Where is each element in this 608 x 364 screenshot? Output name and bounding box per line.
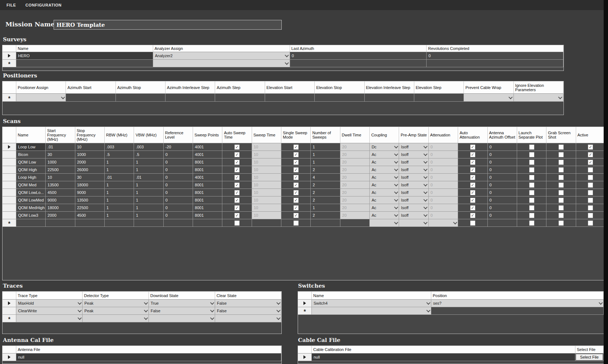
checkbox-active[interactable]: [588, 182, 593, 188]
row-selector[interactable]: [3, 307, 16, 315]
combo-pre-amp-state[interactable]: Isoff: [399, 151, 428, 158]
cell-active[interactable]: ✓: [576, 143, 605, 151]
cell-antenna-azimuth-offset[interactable]: 0: [488, 196, 517, 204]
cell-rbw-mhz[interactable]: .01: [105, 174, 134, 181]
cell-start-frequency-mhz[interactable]: 18000: [46, 204, 75, 212]
cell-name[interactable]: QOM Low3: [16, 212, 46, 219]
checkbox-active[interactable]: [588, 175, 593, 180]
cell-grab-screen-shot[interactable]: [546, 158, 576, 166]
cell-active[interactable]: [576, 196, 605, 204]
checkbox-auto-attenuation[interactable]: ✓: [470, 152, 475, 157]
checkbox-grab-screen-shot[interactable]: [558, 198, 564, 203]
cell-grab-screen-shot[interactable]: [546, 219, 576, 227]
combo-name[interactable]: Switch4: [312, 300, 431, 307]
cell-grab-screen-shot[interactable]: [546, 181, 576, 189]
cell-launch-separate-plot[interactable]: [517, 158, 546, 166]
checkbox-grab-screen-shot[interactable]: [558, 167, 564, 173]
checkbox-launch-separate-plot[interactable]: [529, 152, 534, 157]
combo-pre-amp-state[interactable]: Isoff: [399, 174, 428, 181]
cell-grab-screen-shot[interactable]: [546, 204, 576, 212]
cell-sweep-points[interactable]: 8001: [193, 204, 222, 212]
cell-number-of-sweeps[interactable]: 1: [311, 143, 340, 151]
cell-reference-level[interactable]: [164, 219, 193, 227]
row-selector[interactable]: [3, 300, 16, 307]
checkbox-single-sweep-mode[interactable]: ✓: [293, 182, 299, 188]
row-selector[interactable]: [3, 212, 16, 219]
combo-clear-state[interactable]: False: [215, 307, 281, 315]
cell-single-sweep-mode[interactable]: ✓: [281, 158, 311, 166]
cell-number-of-sweeps[interactable]: 4: [311, 174, 340, 181]
checkbox-single-sweep-mode[interactable]: ✓: [293, 213, 299, 218]
cell-start-frequency-mhz[interactable]: 1000: [46, 158, 75, 166]
row-selector[interactable]: [3, 354, 16, 361]
checkbox-auto-sweep-time[interactable]: ✓: [234, 175, 240, 180]
checkbox-launch-separate-plot[interactable]: [529, 205, 534, 211]
cell-reference-level[interactable]: 0: [164, 181, 193, 189]
combo-trace-type[interactable]: ClearWrite: [16, 307, 83, 315]
cell-elevation-stop[interactable]: [315, 94, 364, 102]
cell-reference-level[interactable]: 0: [164, 212, 193, 219]
combo-coupling[interactable]: Dc: [370, 143, 399, 151]
cell-name[interactable]: QOM Low: [16, 158, 46, 166]
cell-single-sweep-mode[interactable]: ✓: [281, 181, 311, 189]
checkbox-launch-separate-plot[interactable]: [529, 220, 534, 226]
cell-sweep-time[interactable]: 10: [252, 166, 281, 174]
checkbox-launch-separate-plot[interactable]: [529, 182, 534, 188]
combo-pre-amp-state[interactable]: Isoff: [399, 212, 428, 219]
cell-rbw-mhz[interactable]: 1: [105, 189, 134, 196]
checkbox-auto-attenuation[interactable]: ✓: [470, 213, 475, 218]
cell-revolutions-completed[interactable]: [427, 60, 563, 67]
checkbox-grab-screen-shot[interactable]: [558, 160, 564, 165]
cell-auto-sweep-time[interactable]: ✓: [222, 166, 252, 174]
cell-launch-separate-plot[interactable]: [517, 212, 546, 219]
cell-stop-frequency-mhz[interactable]: 2000: [75, 158, 105, 166]
checkbox-single-sweep-mode[interactable]: [293, 220, 299, 226]
cell-rbw-mhz[interactable]: 1: [105, 196, 134, 204]
checkbox-grab-screen-shot[interactable]: [558, 213, 564, 218]
checkbox-auto-sweep-time[interactable]: ✓: [234, 152, 240, 157]
checkbox-auto-sweep-time[interactable]: ✓: [234, 160, 240, 165]
row-selector[interactable]: [3, 166, 16, 174]
checkbox-launch-separate-plot[interactable]: [529, 144, 534, 150]
cell-sweep-time[interactable]: 10: [252, 189, 281, 196]
combo-download-state[interactable]: False: [149, 307, 215, 315]
cell-auto-attenuation[interactable]: ✓: [458, 158, 487, 166]
cell-start-frequency-mhz[interactable]: 22500: [46, 166, 75, 174]
cell-reference-level[interactable]: 0: [164, 166, 193, 174]
cell-number-of-sweeps[interactable]: 1: [311, 204, 340, 212]
cell-vbw-mhz[interactable]: .003: [134, 143, 163, 151]
cell-auto-sweep-time[interactable]: ✓: [222, 196, 252, 204]
combo-pre-amp-state[interactable]: Isoff: [399, 166, 428, 174]
cell-dwell-time[interactable]: 20: [340, 181, 370, 189]
combo-detector-type[interactable]: Peak: [83, 300, 149, 307]
cell-dwell-time[interactable]: 20: [340, 204, 370, 212]
combo-pre-amp-state[interactable]: Isoff: [399, 158, 428, 166]
cell-stop-frequency-mhz[interactable]: 13500: [75, 196, 105, 204]
cell-sweep-time[interactable]: [252, 219, 281, 227]
checkbox-grab-screen-shot[interactable]: [558, 190, 564, 195]
cell-grab-screen-shot[interactable]: [546, 151, 576, 158]
cell-vbw-mhz[interactable]: .5: [134, 151, 163, 158]
cell-revolutions-completed[interactable]: 0: [427, 52, 563, 60]
cell-stop-frequency-mhz[interactable]: 9000: [75, 189, 105, 196]
cell-launch-separate-plot[interactable]: [517, 181, 546, 189]
combo-analyzer-assign[interactable]: Analyzer2: [153, 52, 290, 60]
cell-antenna-azimuth-offset[interactable]: 0: [488, 212, 517, 219]
cell-attenuation[interactable]: 0: [429, 143, 458, 151]
cell-attenuation[interactable]: 0: [429, 212, 458, 219]
cell-vbw-mhz[interactable]: 1: [134, 189, 163, 196]
row-selector[interactable]: *: [3, 219, 16, 227]
cell-vbw-mhz[interactable]: [134, 219, 163, 227]
cell-grab-screen-shot[interactable]: [546, 189, 576, 196]
checkbox-single-sweep-mode[interactable]: ✓: [293, 205, 299, 211]
combo-pre-amp-state[interactable]: Isoff: [399, 181, 428, 189]
select-file-button[interactable]: Select File: [576, 354, 603, 360]
cell-start-frequency-mhz[interactable]: 10: [46, 174, 75, 181]
cell-name[interactable]: QOM MedHigh: [16, 204, 46, 212]
row-selector[interactable]: [298, 354, 312, 361]
cell-reference-level[interactable]: 0: [164, 189, 193, 196]
cell-dwell-time[interactable]: 20: [340, 174, 370, 181]
cell-launch-separate-plot[interactable]: [517, 166, 546, 174]
cell-azimuth-stop[interactable]: [116, 94, 165, 102]
cell-auto-attenuation[interactable]: ✓: [458, 204, 487, 212]
